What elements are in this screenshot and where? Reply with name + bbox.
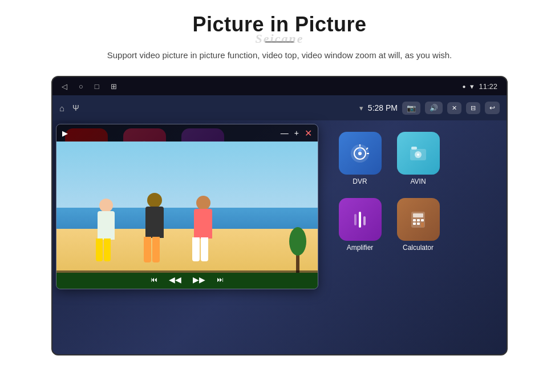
person-3 (188, 196, 219, 267)
calculator-svg (407, 208, 430, 231)
person-1 (91, 199, 122, 267)
pip-play-icon[interactable]: ▶ (62, 129, 68, 138)
home-icon[interactable]: ⌂ (59, 103, 64, 113)
svg-rect-24 (413, 223, 416, 225)
android-content: N Netflix S SiriusXM (52, 120, 507, 355)
svg-rect-26 (421, 223, 424, 227)
pip-header: ▶ — + ✕ (56, 124, 318, 142)
pip-next-button[interactable]: ⏭ (217, 276, 224, 284)
pip-prev-button[interactable]: ⏮ (151, 276, 157, 284)
app-dvr[interactable]: DVR (334, 132, 386, 185)
status-time: 11:22 (479, 82, 497, 91)
pip-close-button[interactable]: ✕ (305, 128, 312, 139)
amplifier-svg (349, 208, 371, 231)
close-toolbar-button[interactable]: ✕ (447, 102, 461, 114)
pip-rewind-button[interactable]: ◀◀ (169, 275, 181, 284)
nav-back-icon[interactable]: ◁ (62, 82, 67, 91)
signal-icon: ● (462, 83, 465, 90)
svg-rect-25 (417, 223, 420, 225)
avin-label: AVIN (410, 177, 426, 185)
nav-home-icon[interactable]: ○ (79, 82, 83, 91)
tree-leaves (289, 227, 306, 256)
person-2-head (147, 193, 162, 208)
person-3-leg1 (192, 237, 200, 261)
pip-expand-button[interactable]: + (294, 128, 299, 138)
device-frame: ◁ ○ □ ⊞ ● ▾ 11:22 ⌂ Ψ ▾ 5:28 PM 📷 🔊 (51, 76, 508, 355)
nav-extra-icon[interactable]: ⊞ (111, 82, 117, 91)
person-1-torso (98, 211, 115, 240)
status-right: ● ▾ 11:22 (462, 82, 497, 91)
amplifier-icon (339, 198, 382, 241)
pip-window[interactable]: ▶ — + ✕ (56, 124, 318, 289)
avin-icon (397, 132, 440, 175)
person-1-leg1 (96, 239, 103, 261)
back-button[interactable]: ↩ (485, 102, 500, 114)
android-toolbar: ⌂ Ψ ▾ 5:28 PM 📷 🔊 ✕ ⊟ ↩ (52, 95, 507, 120)
person-1-leg2 (104, 239, 111, 261)
wifi-status-icon: ▾ (470, 82, 474, 91)
svg-point-14 (417, 153, 419, 156)
app-row-3: Amplifier (334, 198, 499, 252)
page-wrapper: Picture in Picture Seicane Support video… (0, 0, 559, 392)
usb-icon: Ψ (72, 103, 79, 112)
calculator-icon (397, 198, 440, 241)
person-3-head (196, 196, 210, 210)
pip-bottom-controls: ⏮ ◀◀ ▶▶ ⏭ (56, 270, 318, 289)
toolbar-left: ⌂ Ψ (59, 103, 79, 113)
app-amplifier[interactable]: Amplifier (334, 198, 386, 252)
header-section: Picture in Picture Seicane Support video… (0, 0, 559, 76)
pip-forward-button[interactable]: ▶▶ (193, 275, 205, 284)
app-avin[interactable]: AVIN (392, 132, 444, 185)
android-status-bar: ◁ ○ □ ⊞ ● ▾ 11:22 (52, 77, 507, 95)
nav-buttons: ◁ ○ □ ⊞ (62, 82, 117, 91)
nav-recent-icon[interactable]: □ (95, 82, 99, 91)
svg-rect-22 (417, 219, 420, 221)
toolbar-time: 5:28 PM (368, 103, 398, 112)
window-button[interactable]: ⊟ (466, 102, 480, 114)
wifi-toolbar-icon: ▾ (359, 104, 363, 112)
dvr-icon (339, 132, 382, 175)
svg-rect-15 (411, 147, 417, 149)
person-2-leg1 (144, 237, 151, 262)
pip-controls: — + ✕ (281, 128, 312, 139)
dvr-label: DVR (353, 177, 367, 185)
svg-rect-20 (413, 213, 423, 217)
person-2-torso (145, 207, 164, 238)
page-title: Picture in Picture (34, 13, 525, 37)
camera-button[interactable]: 📷 (402, 102, 420, 115)
avin-svg (407, 142, 430, 165)
app-calculator[interactable]: Calculator (392, 198, 444, 252)
subtitle: Support video picture in picture functio… (34, 49, 525, 62)
calculator-label: Calculator (403, 244, 434, 252)
dvr-svg (349, 142, 371, 165)
svg-rect-17 (359, 212, 361, 228)
svg-rect-21 (413, 219, 416, 221)
person-3-leg2 (201, 237, 208, 261)
amplifier-label: Amplifier (347, 244, 374, 252)
toolbar-right: ▾ 5:28 PM 📷 🔊 ✕ ⊟ ↩ (359, 102, 500, 115)
pip-minimize-button[interactable]: — (281, 128, 289, 138)
person-1-head (99, 199, 113, 212)
person-2 (139, 193, 171, 267)
app-row-2: DVR AVIN (334, 132, 499, 185)
svg-rect-18 (363, 216, 366, 225)
tree-1 (289, 227, 306, 273)
title-divider (265, 41, 294, 43)
pip-video: ⏮ ◀◀ ▶▶ ⏭ (56, 142, 318, 289)
svg-rect-16 (354, 214, 357, 225)
person-3-torso (194, 209, 212, 239)
svg-rect-23 (421, 219, 424, 221)
person-2-leg2 (152, 237, 160, 262)
sound-button[interactable]: 🔊 (425, 102, 443, 114)
